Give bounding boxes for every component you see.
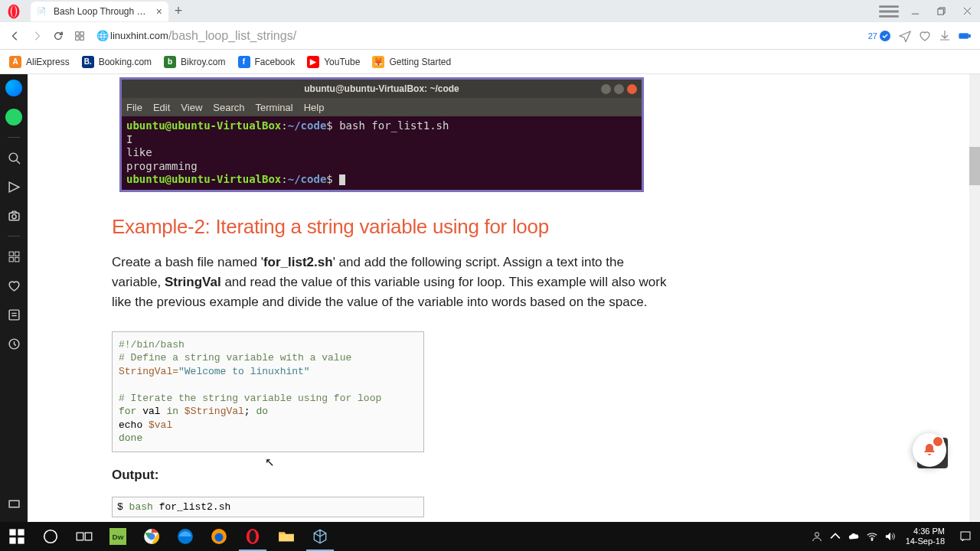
terminal-menu: FileEditViewSearchTerminalHelp	[122, 98, 642, 116]
adblock-counter[interactable]: 27	[868, 30, 891, 42]
opera-sidebar	[0, 74, 28, 522]
svg-rect-22	[9, 529, 15, 535]
bookmark-youtube[interactable]: ▶YouTube	[307, 56, 360, 68]
bookmark-getting-started[interactable]: 🦊Getting Started	[372, 56, 451, 68]
svg-point-2	[11, 5, 16, 17]
bookmark-aliexpress[interactable]: AAliExpress	[9, 56, 70, 68]
file-explorer-icon[interactable]	[270, 522, 303, 551]
divider	[8, 236, 20, 236]
wifi-icon[interactable]	[863, 522, 881, 551]
search-icon[interactable]	[5, 148, 23, 167]
reload-button[interactable]	[47, 25, 69, 47]
history-icon[interactable]	[5, 334, 23, 353]
url-input[interactable]: 🌐 linuxhint.com/bash_loop_list_strings/	[95, 26, 864, 46]
svg-rect-17	[9, 257, 13, 261]
svg-rect-23	[18, 529, 24, 535]
heart-icon[interactable]	[919, 30, 931, 42]
svg-point-38	[815, 533, 818, 536]
code-block: #!/bin/bash # Define a string variable w…	[112, 331, 424, 452]
booking-icon: B.	[82, 56, 94, 68]
speed-dial-button[interactable]	[69, 25, 90, 47]
output-label: Output:	[112, 468, 672, 483]
start-button[interactable]	[0, 522, 34, 551]
titlebar: 📄 Bash Loop Through a List × +	[0, 0, 980, 22]
minimize-dot-icon	[601, 84, 611, 94]
tray-expand-icon[interactable]	[826, 522, 844, 551]
maximize-button[interactable]	[928, 0, 954, 22]
dreamweaver-icon[interactable]: Dw	[101, 522, 135, 551]
svg-point-35	[215, 533, 224, 542]
youtube-icon: ▶	[307, 56, 319, 68]
url-host: linuxhint.com	[110, 30, 168, 41]
addressbar: 🌐 linuxhint.com/bash_loop_list_strings/ …	[0, 22, 980, 50]
svg-rect-5	[80, 31, 83, 34]
back-button[interactable]	[5, 25, 26, 47]
svg-rect-15	[9, 252, 13, 256]
tab-close-button[interactable]: ×	[156, 5, 162, 18]
svg-point-12	[9, 153, 18, 161]
opera-menu-button[interactable]	[0, 0, 28, 22]
new-tab-button[interactable]: +	[168, 2, 188, 21]
edge-icon[interactable]	[168, 522, 202, 551]
bookmarks-bar: AAliExpress B.Booking.com bBikroy.com fF…	[0, 50, 980, 74]
firefox-icon: 🦊	[372, 56, 384, 68]
task-view-button[interactable]	[67, 522, 101, 551]
svg-rect-28	[85, 533, 92, 540]
maximize-dot-icon	[614, 84, 624, 94]
action-center-button[interactable]	[951, 522, 980, 551]
send-icon[interactable]	[899, 30, 911, 42]
url-path: /bash_loop_list_strings/	[168, 29, 296, 43]
svg-rect-10	[969, 34, 971, 37]
volume-icon[interactable]	[881, 522, 900, 551]
notification-bell-button[interactable]	[913, 433, 946, 467]
vertical-scrollbar[interactable]	[969, 74, 980, 522]
svg-rect-24	[9, 537, 15, 543]
whatsapp-icon[interactable]	[5, 108, 23, 126]
messenger-icon[interactable]	[5, 79, 23, 97]
minimize-button[interactable]	[902, 0, 928, 22]
terminal-title: ubuntu@ubuntu-VirtualBox: ~/code	[304, 83, 459, 94]
snapshot-icon[interactable]	[5, 207, 23, 225]
windows-taskbar: Dw 4:36 PM14-Sep-18	[0, 522, 980, 551]
bookmark-facebook[interactable]: fFacebook	[238, 56, 296, 68]
svg-rect-16	[15, 252, 18, 256]
people-icon[interactable]	[808, 522, 826, 551]
aliexpress-icon: A	[9, 56, 21, 68]
chrome-icon[interactable]	[135, 522, 168, 551]
svg-point-14	[11, 214, 15, 218]
close-button[interactable]	[954, 0, 980, 22]
cortana-button[interactable]	[34, 522, 67, 551]
svg-rect-19	[9, 310, 19, 320]
news-icon[interactable]	[5, 305, 23, 324]
example-heading: Example-2: Iterating a string variable u…	[112, 215, 672, 239]
bookmarks-heart-icon[interactable]	[5, 276, 23, 295]
personal-news-icon[interactable]	[5, 178, 23, 196]
svg-point-37	[250, 530, 256, 543]
tabs-menu-icon[interactable]	[876, 0, 902, 22]
svg-rect-25	[18, 537, 24, 543]
browser-tab[interactable]: 📄 Bash Loop Through a List ×	[31, 2, 168, 21]
bookmark-booking[interactable]: B.Booking.com	[82, 56, 152, 68]
terminal-screenshot: ubuntu@ubuntu-VirtualBox: ~/code FileEdi…	[119, 77, 644, 192]
battery-icon[interactable]	[959, 30, 971, 42]
close-dot-icon	[627, 84, 637, 94]
svg-point-26	[44, 530, 57, 543]
svg-text:Dw: Dw	[113, 533, 124, 541]
onedrive-icon[interactable]	[844, 522, 863, 551]
terminal-cursor-icon	[339, 174, 345, 185]
svg-rect-6	[76, 36, 79, 39]
opera-taskbar-icon[interactable]	[236, 522, 270, 551]
firefox-icon[interactable]	[202, 522, 236, 551]
download-icon[interactable]	[939, 30, 951, 42]
svg-rect-18	[15, 257, 18, 261]
svg-rect-4	[76, 31, 79, 34]
sidebar-settings-icon[interactable]	[5, 494, 23, 513]
clock[interactable]: 4:36 PM14-Sep-18	[900, 527, 951, 546]
svg-rect-21	[9, 500, 19, 507]
forward-button[interactable]	[26, 25, 47, 47]
divider	[8, 137, 20, 138]
site-info-icon[interactable]: 🌐	[95, 30, 110, 41]
extensions-icon[interactable]	[5, 247, 23, 266]
virtualbox-icon[interactable]	[303, 522, 337, 551]
bookmark-bikroy[interactable]: bBikroy.com	[164, 56, 225, 68]
